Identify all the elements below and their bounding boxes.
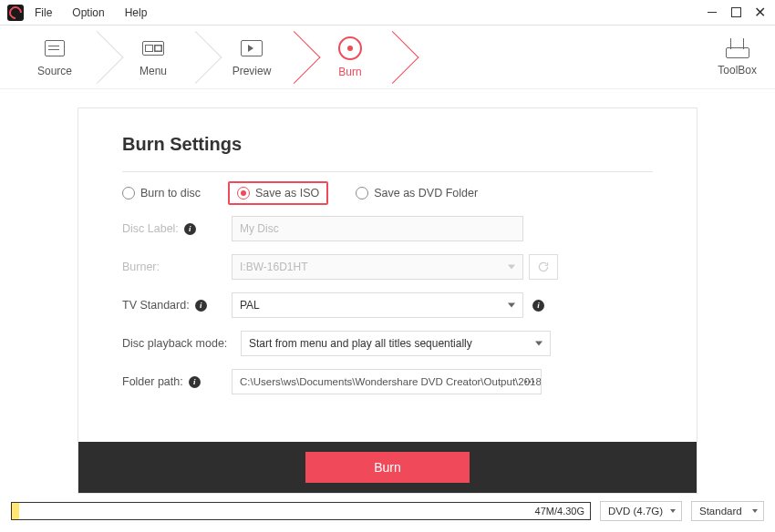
preview-icon — [239, 37, 264, 59]
row-disc-label: Disc Label: i — [122, 216, 653, 241]
status-bar: 47M/4.30G DVD (4.7G) Standard — [11, 501, 764, 521]
toolbox-icon — [725, 38, 750, 58]
tab-source-label: Source — [37, 65, 72, 77]
label-folder-path: Folder path: i — [122, 375, 232, 388]
menu-file[interactable]: File — [35, 6, 52, 19]
chevron-icon — [190, 26, 215, 89]
radio-save-as-iso[interactable]: Save as ISO — [228, 181, 328, 205]
step-tabs: Source Menu Preview Burn ToolBox — [0, 26, 775, 89]
disc-label-input — [232, 216, 523, 241]
refresh-burner-button[interactable] — [529, 254, 558, 280]
radio-label: Burn to disc — [140, 187, 201, 200]
minimize-icon[interactable] — [706, 6, 718, 19]
close-icon[interactable]: ✕ — [753, 6, 766, 19]
radio-dot-icon — [356, 187, 368, 200]
title-bar: File Option Help ✕ — [0, 0, 775, 26]
panel-title: Burn Settings — [122, 134, 653, 155]
label-burner: Burner: — [122, 261, 232, 273]
folder-path-input[interactable]: C:\Users\ws\Documents\Wondershare DVD Cr… — [232, 369, 542, 394]
radio-label: Save as DVD Folder — [374, 187, 478, 200]
capacity-meter: 47M/4.30G — [11, 502, 591, 520]
burn-action-bar: Burn — [78, 442, 697, 493]
radio-dot-icon — [237, 187, 250, 200]
source-icon — [42, 37, 67, 59]
label-tv-standard: TV Standard: i — [122, 299, 232, 312]
tab-menu-label: Menu — [140, 65, 167, 77]
playback-mode-select[interactable]: Start from menu and play all titles sequ… — [241, 331, 551, 356]
radio-burn-to-disc[interactable]: Burn to disc — [122, 187, 201, 200]
info-icon[interactable]: i — [195, 300, 207, 312]
info-icon[interactable]: i — [532, 300, 544, 312]
burn-settings-panel: Burn Settings Burn to disc Save as ISO S… — [78, 107, 698, 494]
tv-standard-select[interactable]: PAL — [232, 292, 523, 318]
info-icon[interactable]: i — [189, 376, 201, 388]
menu-icon — [140, 37, 166, 59]
output-mode-radios: Burn to disc Save as ISO Save as DVD Fol… — [122, 187, 653, 200]
main-area: Burn Settings Burn to disc Save as ISO S… — [0, 89, 775, 494]
window-controls: ✕ — [706, 6, 775, 19]
app-logo-icon — [7, 5, 24, 21]
radio-save-as-dvd-folder[interactable]: Save as DVD Folder — [356, 187, 478, 200]
burn-button[interactable]: Burn — [305, 452, 470, 483]
burn-icon — [338, 36, 362, 60]
row-playback-mode: Disc playback mode: Start from menu and … — [122, 331, 653, 356]
tab-burn-label: Burn — [338, 66, 361, 78]
info-icon[interactable]: i — [184, 223, 196, 235]
tab-preview-label: Preview — [232, 65, 272, 77]
disc-type-select[interactable]: DVD (4.7G) — [600, 501, 682, 521]
chevron-icon — [288, 26, 314, 89]
chevron-icon — [91, 26, 117, 89]
row-folder-path: Folder path: i C:\Users\ws\Documents\Won… — [122, 369, 653, 394]
quality-select[interactable]: Standard — [691, 501, 764, 521]
capacity-text: 47M/4.30G — [535, 506, 584, 517]
row-burner: Burner: I:BW-16D1HT — [122, 254, 653, 280]
tab-toolbox-label: ToolBox — [718, 64, 757, 77]
label-playback-mode: Disc playback mode: — [122, 337, 241, 350]
tab-toolbox[interactable]: ToolBox — [718, 38, 757, 77]
menu-help[interactable]: Help — [125, 6, 148, 19]
burner-select: I:BW-16D1HT — [232, 254, 523, 280]
divider — [122, 171, 653, 172]
label-disc-label: Disc Label: i — [122, 222, 232, 235]
menu-option[interactable]: Option — [72, 6, 104, 19]
chevron-icon — [387, 26, 412, 89]
row-tv-standard: TV Standard: i PAL i — [122, 292, 653, 318]
radio-label: Save as ISO — [255, 187, 319, 200]
radio-dot-icon — [122, 187, 135, 200]
refresh-icon — [537, 261, 550, 273]
capacity-fill — [12, 503, 19, 519]
maximize-icon[interactable] — [729, 6, 742, 19]
